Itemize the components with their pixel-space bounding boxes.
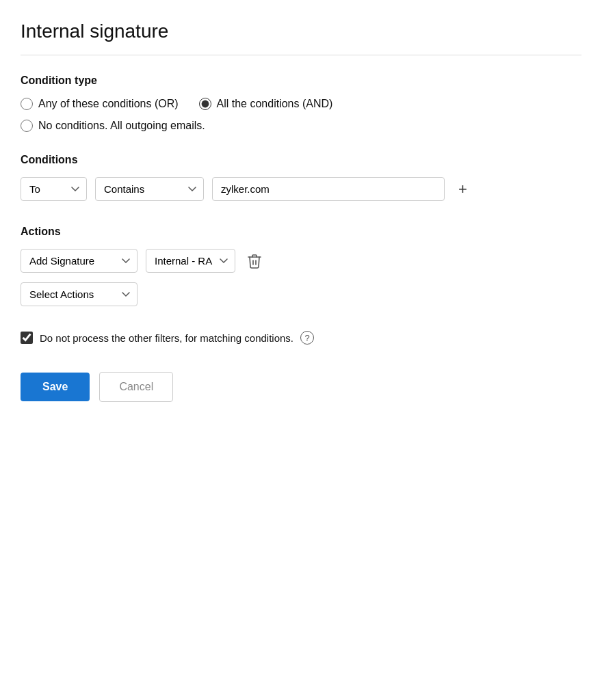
action-type-select[interactable]: Add Signature Remove Signature: [21, 249, 138, 273]
condition-field-select[interactable]: To From Subject Body: [21, 177, 87, 201]
actions-label: Actions: [21, 226, 581, 238]
action-value-select[interactable]: Internal - RA External Default: [146, 249, 235, 273]
radio-or-input[interactable]: [21, 98, 33, 110]
select-actions-row: Select Actions Add Signature Remove Sign…: [21, 282, 581, 306]
delete-action-button[interactable]: [244, 250, 265, 272]
condition-operator-select[interactable]: Contains Does not contain Is Is not: [95, 177, 204, 201]
actions-section: Actions Add Signature Remove Signature I…: [21, 226, 581, 306]
checkbox-row: Do not process the other filters, for ma…: [21, 331, 581, 345]
radio-and-label: All the conditions (AND): [217, 98, 333, 110]
save-button[interactable]: Save: [21, 373, 90, 401]
radio-or[interactable]: Any of these conditions (OR): [21, 98, 179, 110]
condition-value-input[interactable]: [212, 177, 445, 201]
radio-none-input[interactable]: [21, 120, 33, 132]
condition-type-section: Condition type Any of these conditions (…: [21, 75, 581, 135]
conditions-label: Conditions: [21, 154, 581, 166]
action-row: Add Signature Remove Signature Internal …: [21, 249, 581, 273]
radio-and-input[interactable]: [199, 98, 211, 110]
radio-and[interactable]: All the conditions (AND): [199, 98, 333, 110]
select-actions-dropdown[interactable]: Select Actions Add Signature Remove Sign…: [21, 282, 138, 306]
condition-row: To From Subject Body Contains Does not c…: [21, 177, 581, 201]
radio-row-2: No conditions. All outgoing emails.: [21, 120, 581, 132]
condition-type-label: Condition type: [21, 75, 581, 87]
radio-row-1: Any of these conditions (OR) All the con…: [21, 98, 581, 110]
no-process-checkbox[interactable]: [21, 332, 33, 344]
conditions-section: Conditions To From Subject Body Contains…: [21, 154, 581, 201]
add-condition-button[interactable]: +: [453, 178, 473, 201]
radio-group: Any of these conditions (OR) All the con…: [21, 98, 581, 135]
help-icon: ?: [300, 331, 314, 345]
radio-none-label: No conditions. All outgoing emails.: [38, 120, 205, 132]
radio-none[interactable]: No conditions. All outgoing emails.: [21, 120, 205, 132]
cancel-button[interactable]: Cancel: [99, 372, 173, 402]
page-title: Internal signature: [21, 21, 581, 55]
radio-or-label: Any of these conditions (OR): [38, 98, 179, 110]
button-row: Save Cancel: [21, 372, 581, 402]
trash-icon: [246, 253, 263, 269]
no-process-label: Do not process the other filters, for ma…: [40, 332, 293, 344]
